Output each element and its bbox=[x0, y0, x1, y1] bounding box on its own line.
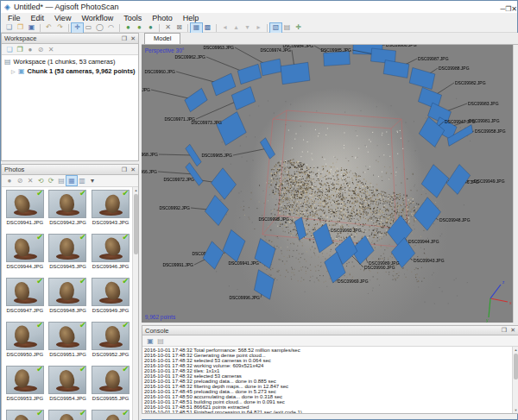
chunk-item[interactable]: ▷ ▣ Chunk 1 (53 cameras, 9,962 points) bbox=[4, 66, 138, 76]
photo-thumbnail[interactable]: ✔ bbox=[48, 366, 86, 394]
camera-plane[interactable] bbox=[446, 165, 470, 195]
photo-thumbnail[interactable]: ✔ bbox=[48, 278, 86, 306]
photo-item[interactable]: ✔DSC09945.JPG bbox=[47, 234, 90, 278]
photo-item[interactable]: ✔DSC09956.JPG bbox=[3, 410, 47, 420]
rotate-region-tool-icon[interactable]: ● bbox=[134, 23, 145, 33]
show-photos-icon[interactable]: ▧ bbox=[270, 23, 281, 33]
scroll-down-icon[interactable]: ▼ bbox=[513, 407, 518, 413]
save-document-icon[interactable]: ▣ bbox=[26, 23, 37, 33]
photo-thumbnail[interactable]: ✔ bbox=[92, 366, 130, 394]
viewport-scroll-strip[interactable] bbox=[513, 45, 518, 323]
disable-photo-icon[interactable]: ⊘ bbox=[15, 176, 25, 185]
show-markers-icon[interactable]: ▩ bbox=[202, 23, 213, 33]
photo-item[interactable]: ✔DSC09946.JPG bbox=[89, 234, 132, 278]
disable-item-icon[interactable]: ⊘ bbox=[35, 45, 46, 54]
move-tool-icon[interactable]: ✛ bbox=[293, 23, 304, 33]
photo-item[interactable]: ✔DSC09941.JPG bbox=[3, 190, 47, 234]
photo-item[interactable]: ✔DSC09948.JPG bbox=[47, 278, 90, 322]
console-log[interactable]: 2016-10-01 17:48:32 Total performance: 5… bbox=[142, 347, 512, 413]
view-right-icon[interactable]: ▸ bbox=[253, 23, 264, 33]
photo-thumbnail[interactable]: ✔ bbox=[6, 278, 44, 306]
console-close-button[interactable]: ✕ bbox=[510, 327, 515, 334]
console-scrollbar[interactable]: ▲ ▼ bbox=[512, 347, 518, 413]
photo-item[interactable]: ✔DSC09947.JPG bbox=[3, 278, 47, 322]
clear-log-icon[interactable]: ▤ bbox=[155, 336, 166, 346]
camera-plane[interactable] bbox=[203, 241, 224, 269]
photo-thumbnail[interactable]: ✔ bbox=[6, 322, 44, 350]
menu-file[interactable]: File bbox=[3, 14, 26, 22]
resize-region-tool-icon[interactable]: ● bbox=[145, 23, 156, 33]
camera-plane[interactable] bbox=[294, 217, 306, 241]
workspace-root-item[interactable]: ▤ Workspace (1 chunks, 53 cameras) bbox=[4, 57, 138, 66]
new-document-icon[interactable]: ❏ bbox=[3, 23, 15, 33]
scroll-up-icon[interactable]: ▲ bbox=[133, 187, 138, 193]
invert-selection-icon[interactable]: ⊠ bbox=[174, 23, 185, 33]
camera-plane[interactable] bbox=[313, 223, 333, 253]
camera-plane[interactable] bbox=[260, 138, 275, 159]
photos-float-button[interactable]: ❐ bbox=[122, 166, 127, 173]
navigation-tool-icon[interactable]: ✛ bbox=[72, 23, 83, 33]
console-scroll-thumb[interactable] bbox=[514, 354, 518, 379]
view-thumbnails-icon[interactable]: ▦ bbox=[66, 176, 77, 185]
workspace-float-button[interactable]: ❐ bbox=[122, 35, 127, 42]
photo-thumbnail[interactable]: ✔ bbox=[48, 322, 86, 350]
free-form-selection-icon[interactable]: ◠ bbox=[105, 23, 117, 33]
menu-workflow[interactable]: Workflow bbox=[76, 14, 118, 22]
photo-thumbnail[interactable]: ✔ bbox=[92, 190, 130, 218]
model-viewport[interactable]: DSC09976.JPGDSC09960.JPGDSC09962.JPGDSC0… bbox=[142, 45, 513, 323]
menu-help[interactable]: Help bbox=[178, 14, 205, 22]
photo-thumbnail[interactable]: ✔ bbox=[6, 190, 44, 218]
camera-plane[interactable] bbox=[324, 51, 351, 66]
view-left-icon[interactable]: ◂ bbox=[219, 23, 231, 33]
photos-scroll-thumb[interactable] bbox=[134, 194, 138, 254]
undo-icon[interactable]: ↶ bbox=[43, 23, 54, 33]
camera-plane[interactable] bbox=[421, 165, 449, 198]
print-icon[interactable]: ▤ bbox=[281, 23, 293, 33]
photo-item[interactable]: ✔DSC09957.JPG bbox=[47, 410, 90, 420]
enable-item-icon[interactable]: ● bbox=[25, 45, 35, 54]
camera-plane[interactable] bbox=[217, 112, 246, 146]
camera-plane[interactable] bbox=[383, 60, 409, 78]
photo-item[interactable]: ✔DSC09949.JPG bbox=[89, 278, 132, 322]
photo-item[interactable]: ✔DSC09942.JPG bbox=[47, 190, 90, 234]
photo-thumbnail[interactable]: ✔ bbox=[48, 190, 86, 218]
view-mode-dropdown-icon[interactable]: ▾ bbox=[87, 176, 98, 185]
photo-thumbnail[interactable]: ✔ bbox=[92, 322, 130, 350]
photo-thumbnail[interactable]: ✔ bbox=[92, 410, 130, 420]
camera-plane[interactable] bbox=[261, 59, 282, 76]
menu-edit[interactable]: Edit bbox=[26, 14, 50, 22]
photos-scrollbar[interactable]: ▲ ▼ bbox=[132, 187, 138, 420]
close-button[interactable]: ✕ bbox=[511, 5, 517, 13]
photo-item[interactable]: ✔DSC09955.JPG bbox=[89, 366, 132, 410]
camera-plane[interactable] bbox=[186, 163, 203, 186]
menu-view[interactable]: View bbox=[49, 14, 76, 22]
console-float-button[interactable]: ❐ bbox=[502, 327, 507, 334]
show-cameras-icon[interactable]: ▦ bbox=[191, 23, 202, 33]
photo-thumbnail[interactable]: ✔ bbox=[92, 278, 130, 306]
remove-item-icon[interactable]: ✕ bbox=[46, 45, 56, 54]
photo-item[interactable]: ✔DSC09950.JPG bbox=[3, 322, 47, 366]
photo-item[interactable]: ✔DSC09958.JPG bbox=[89, 410, 132, 420]
photo-item[interactable]: ✔DSC09944.JPG bbox=[3, 234, 47, 278]
photo-thumbnail[interactable]: ✔ bbox=[48, 410, 86, 420]
photo-thumbnail[interactable]: ✔ bbox=[92, 234, 130, 262]
photos-close-button[interactable]: ✕ bbox=[130, 166, 136, 173]
photo-thumbnail[interactable]: ✔ bbox=[48, 234, 86, 262]
camera-plane[interactable] bbox=[281, 62, 310, 84]
view-up-icon[interactable]: ▴ bbox=[231, 23, 242, 33]
rotate-cw-icon[interactable]: ⟳ bbox=[46, 176, 56, 185]
delete-selection-icon[interactable]: ✕ bbox=[162, 23, 174, 33]
menu-photo[interactable]: Photo bbox=[147, 14, 178, 22]
add-chunk-icon[interactable]: ❏ bbox=[4, 45, 15, 54]
save-log-icon[interactable]: ▣ bbox=[145, 336, 155, 346]
photo-item[interactable]: ✔DSC09943.JPG bbox=[89, 190, 132, 234]
photo-thumbnail[interactable]: ✔ bbox=[6, 234, 44, 262]
camera-plane[interactable] bbox=[211, 168, 236, 199]
circle-selection-icon[interactable]: ◯ bbox=[94, 23, 105, 33]
view-list-icon[interactable]: ▥ bbox=[77, 176, 87, 185]
rectangle-selection-icon[interactable]: ▭ bbox=[83, 23, 94, 33]
camera-plane[interactable] bbox=[231, 87, 256, 110]
workspace-close-button[interactable]: ✕ bbox=[130, 35, 136, 42]
rotate-object-tool-icon[interactable]: ● bbox=[123, 23, 134, 33]
photo-item[interactable]: ✔DSC09951.JPG bbox=[47, 322, 90, 366]
